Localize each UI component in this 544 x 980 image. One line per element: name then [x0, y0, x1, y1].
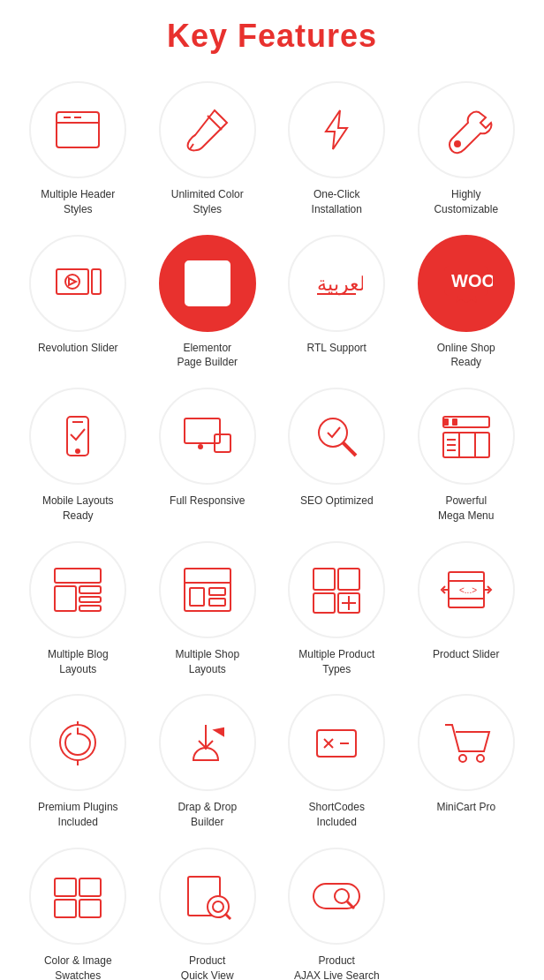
- feature-label-online-shop-ready: Online Shop Ready: [437, 341, 495, 371]
- svg-rect-42: [79, 597, 101, 602]
- feature-item-minicart-pro: MiniCart Pro: [406, 694, 527, 830]
- feature-item-highly-customizable: Highly Customizable: [406, 81, 527, 217]
- feature-item-full-responsive: Full Responsive: [147, 388, 268, 524]
- svg-rect-15: [206, 281, 222, 286]
- productslider-icon: <...>: [418, 541, 515, 638]
- feature-item-drag-drop-builder: Drap & Drop Builder: [147, 694, 268, 830]
- feature-item-product-ajax-live-search: Product AJAX Live Search: [276, 848, 397, 980]
- svg-rect-31: [443, 418, 449, 426]
- svg-point-7: [455, 141, 460, 147]
- svg-point-79: [335, 889, 349, 903]
- svg-line-4: [208, 116, 222, 130]
- svg-rect-64: [317, 730, 356, 757]
- feature-item-mobile-layouts-ready: Mobile Layouts Ready: [18, 388, 139, 524]
- blog-icon: [29, 541, 126, 638]
- svg-text:WOO: WOO: [451, 271, 493, 290]
- paint-icon: [159, 81, 256, 178]
- page-title: Key Features: [9, 18, 535, 55]
- feature-item-powerful-mega-menu: Powerful Mega Menu: [406, 388, 527, 524]
- feature-item-seo-optimized: SEO Optimized: [276, 388, 397, 524]
- feature-label-highly-customizable: Highly Customizable: [434, 187, 498, 217]
- svg-rect-30: [443, 417, 489, 427]
- feature-label-premium-plugins-included: Premium Plugins Included: [38, 800, 118, 830]
- svg-rect-41: [79, 586, 101, 593]
- shortcodes-icon: [288, 694, 385, 791]
- svg-rect-78: [314, 884, 359, 908]
- svg-rect-51: [314, 593, 335, 613]
- svg-rect-71: [79, 878, 101, 896]
- svg-rect-13: [197, 269, 202, 298]
- slider-icon: [29, 235, 126, 332]
- feature-label-unlimited-color-styles: Unlimited Color Styles: [171, 187, 244, 217]
- feature-label-elementor-page-builder: Elementor Page Builder: [177, 341, 238, 371]
- feature-item-product-slider: <...>Product Slider: [406, 541, 527, 677]
- feature-item-color-image-swatches: Color & Image Swatches: [18, 848, 139, 980]
- wrench-icon: [418, 81, 515, 178]
- svg-text:العربية: العربية: [317, 273, 363, 296]
- svg-rect-43: [79, 606, 101, 611]
- minicart-icon: [418, 694, 515, 791]
- feature-label-drag-drop-builder: Drap & Drop Builder: [178, 800, 237, 830]
- svg-rect-47: [209, 588, 225, 595]
- feature-item-product-quick-view: Product Quick View: [147, 848, 268, 980]
- svg-rect-44: [185, 569, 230, 611]
- feature-item-multiple-product-types: Multiple Product Types: [276, 541, 397, 677]
- feature-label-product-slider: Product Slider: [433, 647, 499, 662]
- feature-item-premium-plugins-included: Premium Plugins Included: [18, 694, 139, 830]
- feature-label-revolution-slider: Revolution Slider: [38, 341, 118, 356]
- svg-rect-70: [55, 878, 76, 896]
- feature-item-multiple-header-styles: Multiple Header Styles: [18, 81, 139, 217]
- mobile-icon: [29, 388, 126, 485]
- feature-label-mobile-layouts-ready: Mobile Layouts Ready: [42, 494, 114, 524]
- feature-item-rtl-support: العربيةRTL Support: [276, 235, 397, 371]
- products-icon: [288, 541, 385, 638]
- svg-point-22: [76, 449, 79, 453]
- feature-label-multiple-shop-layouts: Multiple Shop Layouts: [175, 647, 239, 677]
- quickview-icon: [159, 848, 256, 945]
- feature-label-shortcodes-included: ShortCodes Included: [309, 800, 365, 830]
- feature-label-full-responsive: Full Responsive: [170, 494, 245, 509]
- svg-line-5: [190, 144, 193, 149]
- feature-item-online-shop-ready: WOOOnline Shop Ready: [406, 235, 527, 371]
- feature-item-multiple-blog-layouts: Multiple Blog Layouts: [18, 541, 139, 677]
- responsive-icon: [159, 388, 256, 485]
- features-grid: Multiple Header StylesUnlimited Color St…: [9, 81, 535, 980]
- svg-rect-72: [55, 900, 76, 917]
- svg-rect-8: [57, 269, 88, 294]
- svg-marker-11: [69, 278, 76, 285]
- feature-label-product-ajax-live-search: Product AJAX Live Search: [294, 954, 380, 980]
- svg-rect-50: [338, 569, 359, 590]
- feature-label-multiple-blog-layouts: Multiple Blog Layouts: [48, 647, 109, 677]
- svg-rect-9: [92, 269, 101, 294]
- svg-rect-40: [55, 586, 76, 611]
- svg-rect-39: [55, 569, 101, 583]
- ajaxsearch-icon: [288, 848, 385, 945]
- feature-item-unlimited-color-styles: Unlimited Color Styles: [147, 81, 268, 217]
- woo-icon: WOO: [418, 235, 515, 332]
- feature-item-revolution-slider: Revolution Slider: [18, 235, 139, 371]
- dragdrop-icon: [159, 694, 256, 791]
- svg-rect-14: [206, 269, 222, 275]
- page-wrapper: Key Features Multiple Header StylesUnlim…: [0, 0, 544, 980]
- feature-item-elementor-page-builder: Elementor Page Builder: [147, 235, 268, 371]
- svg-point-69: [477, 755, 484, 762]
- svg-line-76: [225, 914, 230, 919]
- feature-label-seo-optimized: SEO Optimized: [300, 494, 374, 509]
- svg-rect-32: [452, 418, 457, 426]
- svg-point-68: [459, 755, 466, 762]
- feature-item-multiple-shop-layouts: Multiple Shop Layouts: [147, 541, 268, 677]
- feature-item-shortcodes-included: ShortCodes Included: [276, 694, 397, 830]
- svg-rect-46: [190, 588, 204, 606]
- feature-label-powerful-mega-menu: Powerful Mega Menu: [438, 494, 494, 524]
- seo-icon: [288, 388, 385, 485]
- lightning-icon: [288, 81, 385, 178]
- swatches-icon: [29, 848, 126, 945]
- feature-label-product-quick-view: Product Quick View: [181, 954, 234, 980]
- svg-rect-73: [79, 900, 101, 917]
- megamenu-icon: [418, 388, 515, 485]
- plugins-icon: [29, 694, 126, 791]
- svg-rect-16: [206, 292, 222, 298]
- shop-icon: [159, 541, 256, 638]
- svg-text:<...>: <...>: [459, 585, 477, 595]
- rtl-icon: العربية: [288, 235, 385, 332]
